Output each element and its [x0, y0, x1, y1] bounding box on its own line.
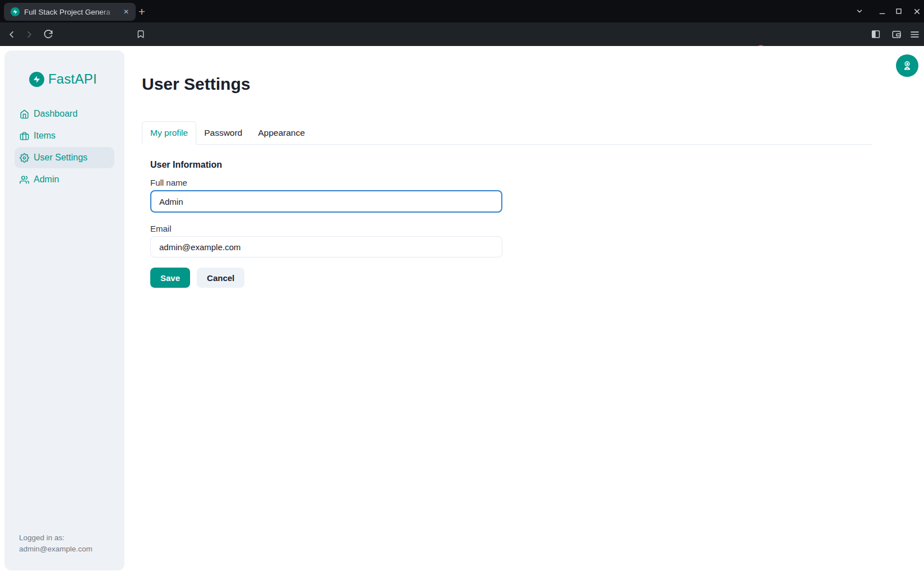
- sidebar: FastAPI Dashboard Items User Settings: [4, 50, 124, 571]
- main-area: User Settings My profile Password Appear…: [124, 46, 924, 288]
- tab-appearance[interactable]: Appearance: [250, 121, 313, 144]
- fastapi-logo-icon: [29, 72, 44, 87]
- forward-button[interactable]: [20, 22, 38, 46]
- side-panel-icon[interactable]: [867, 22, 885, 46]
- sidebar-item-label: User Settings: [34, 153, 87, 163]
- tab-title: Full Stack Project Genera: [24, 8, 121, 16]
- new-tab-button[interactable]: +: [135, 4, 149, 19]
- full-name-input[interactable]: [150, 190, 502, 213]
- back-button[interactable]: [2, 22, 20, 46]
- cancel-button[interactable]: Cancel: [197, 268, 244, 288]
- users-icon: [20, 175, 29, 185]
- save-button[interactable]: Save: [150, 268, 190, 288]
- page-content: FastAPI Dashboard Items User Settings: [0, 46, 924, 575]
- window-minimize-button[interactable]: [873, 0, 891, 22]
- tab-strip: Full Stack Project Genera ✕ +: [0, 0, 924, 22]
- window-close-button[interactable]: [908, 0, 924, 22]
- profile-panel: User Information Full name Email Save Ca…: [142, 145, 872, 288]
- full-name-label: Full name: [150, 178, 872, 187]
- fastapi-favicon-icon: [11, 7, 20, 16]
- briefcase-icon: [20, 131, 29, 141]
- tab-close-icon[interactable]: ✕: [121, 7, 131, 17]
- window-maximize-button[interactable]: [890, 0, 908, 22]
- section-title: User Information: [150, 160, 872, 170]
- browser-tab[interactable]: Full Stack Project Genera ✕: [4, 3, 136, 21]
- sidebar-item-label: Admin: [34, 174, 59, 185]
- sidebar-item-admin[interactable]: Admin: [15, 169, 114, 190]
- sidebar-item-label: Items: [34, 131, 56, 141]
- tab-password[interactable]: Password: [196, 121, 250, 144]
- browser-window: Full Stack Project Genera ✕ +: [0, 0, 924, 575]
- logged-in-label: Logged in as:: [19, 532, 93, 544]
- fastapi-logo-text: FastAPI: [48, 71, 97, 87]
- fastapi-logo[interactable]: FastAPI: [29, 71, 97, 87]
- bookmark-icon[interactable]: [132, 22, 150, 46]
- reload-button[interactable]: [39, 22, 57, 46]
- sidebar-item-items[interactable]: Items: [15, 125, 114, 146]
- tab-search-chevron-icon[interactable]: [851, 0, 868, 22]
- wallet-icon[interactable]: [888, 22, 905, 46]
- logged-in-email: admin@example.com: [19, 544, 93, 555]
- sidebar-item-dashboard[interactable]: Dashboard: [15, 103, 114, 125]
- email-label: Email: [150, 224, 872, 233]
- sidebar-item-user-settings[interactable]: User Settings: [15, 147, 114, 168]
- logged-in-footer: Logged in as: admin@example.com: [19, 532, 93, 555]
- form-actions: Save Cancel: [150, 268, 872, 288]
- email-input[interactable]: [150, 236, 502, 257]
- menu-hamburger-icon[interactable]: [905, 22, 923, 46]
- settings-tabs: My profile Password Appearance: [142, 121, 872, 145]
- sidebar-nav: Dashboard Items User Settings Admin: [15, 103, 114, 191]
- sidebar-item-label: Dashboard: [34, 109, 77, 119]
- browser-toolbar: i localhost/settings 1: [0, 22, 924, 46]
- page-title: User Settings: [142, 74, 872, 94]
- home-icon: [20, 109, 29, 119]
- tab-my-profile[interactable]: My profile: [142, 121, 196, 145]
- gear-icon: [20, 153, 29, 163]
